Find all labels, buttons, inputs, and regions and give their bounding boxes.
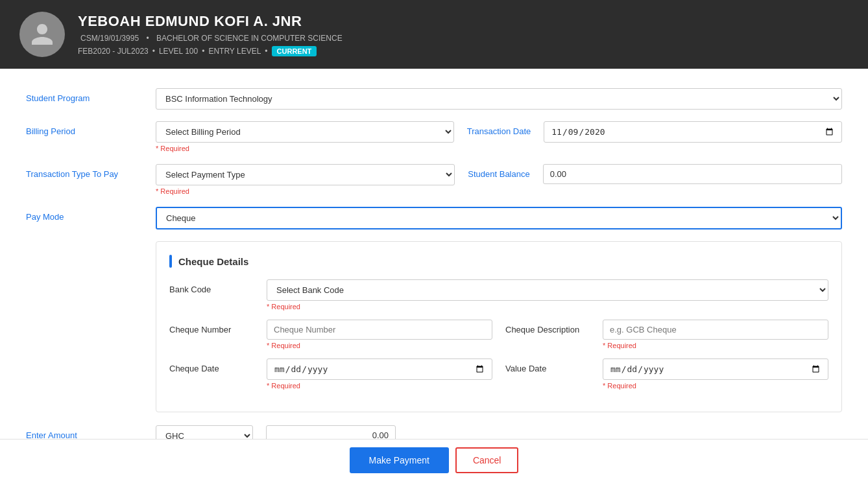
header-sub: FEB2020 - JUL2023 • LEVEL 100 • ENTRY LE… [78,46,345,56]
transaction-date-input[interactable] [544,121,842,143]
transaction-type-select[interactable]: Select Payment Type [156,164,455,185]
value-date-group: * Required [603,358,828,390]
pay-mode-label: Pay Mode [26,207,156,222]
status-badge: CURRENT [272,46,317,56]
cheque-date-label: Cheque Date [169,358,254,373]
cheque-number-row: Cheque Number * Required Cheque Descript… [169,320,828,349]
entry-level: ENTRY LEVEL [208,47,261,56]
student-program-select[interactable]: BSC Information Technology [156,88,842,110]
pay-mode-fields: Cheque [156,207,842,229]
bank-code-label: Bank Code [169,279,254,294]
level: LEVEL 100 [159,47,198,56]
billing-period-group: Select Billing Period * Required [156,121,454,152]
billing-period-required: * Required [156,145,454,152]
cheque-section-title-text: Cheque Details [178,256,248,267]
main-content: Student Program BSC Information Technolo… [0,69,868,481]
billing-period-row: Billing Period Select Billing Period * R… [26,121,842,152]
student-program-group: BSC Information Technology [156,88,842,110]
enter-amount-label: Enter Amount [26,425,156,440]
cheque-date-group: * Required [267,358,492,390]
student-balance-input [543,164,842,184]
bank-code-row: Bank Code Select Bank Code * Required [169,279,828,311]
cheque-number-label: Cheque Number [169,320,254,334]
cheque-number-required: * Required [267,342,492,349]
cheque-title-bar [169,255,172,268]
transaction-date-label: Transaction Date [467,121,531,136]
program-name: BACHELOR OF SCIENCE IN COMPUTER SCIENCE [156,34,343,43]
transaction-type-group: Select Payment Type * Required [156,164,455,195]
cheque-number-input[interactable] [267,320,492,340]
cheque-number-group: * Required [267,320,492,349]
cheque-section-title: Cheque Details [169,255,828,268]
transaction-type-fields: Select Payment Type * Required Student B… [156,164,842,195]
pay-mode-row: Pay Mode Cheque [26,207,842,229]
cheque-description-required: * Required [603,342,828,349]
pay-mode-group: Cheque [156,207,842,229]
cheque-date-input[interactable] [267,358,492,380]
student-id: CSM/19/01/3995 [80,34,139,43]
cheque-description-group: * Required [603,320,828,349]
student-program-fields: BSC Information Technology [156,88,842,110]
bank-code-required: * Required [267,303,828,311]
billing-period-select[interactable]: Select Billing Period [156,121,454,143]
bank-code-group: Select Bank Code * Required [267,279,828,311]
student-balance-label: Student Balance [468,164,529,179]
value-date-label: Value Date [505,358,590,373]
student-name: YEBOAH EDMUND KOFI A. JNR [78,13,345,30]
transaction-type-row: Transaction Type To Pay Select Payment T… [26,164,842,195]
billing-period-label: Billing Period [26,121,156,136]
header-info: YEBOAH EDMUND KOFI A. JNR CSM/19/01/3995… [78,13,345,56]
cheque-date-required: * Required [267,382,492,390]
pay-mode-select[interactable]: Cheque [156,207,842,229]
value-date-required: * Required [603,382,828,390]
page-header: YEBOAH EDMUND KOFI A. JNR CSM/19/01/3995… [0,0,868,69]
student-program-label: Student Program [26,88,156,103]
avatar [19,12,65,57]
value-date-input[interactable] [603,358,828,380]
student-program-row: Student Program BSC Information Technolo… [26,88,842,110]
cheque-date-row: Cheque Date * Required Value Date * Requ… [169,358,828,390]
billing-period-fields: Select Billing Period * Required Transac… [156,121,842,152]
cheque-details-section: Cheque Details Bank Code Select Bank Cod… [156,241,842,412]
make-payment-button[interactable]: Make Payment [350,447,449,473]
transaction-type-required: * Required [156,187,455,195]
cheque-description-label: Cheque Description [505,320,590,334]
bank-code-select[interactable]: Select Bank Code [267,279,828,301]
footer: Make Payment Cancel [0,439,868,481]
transaction-type-label: Transaction Type To Pay [26,164,156,179]
period: FEB2020 - JUL2023 [78,47,149,56]
header-meta: CSM/19/01/3995 • BACHELOR OF SCIENCE IN … [78,34,345,43]
cheque-description-input[interactable] [603,320,828,340]
transaction-date-group [544,121,842,143]
cancel-button[interactable]: Cancel [455,447,519,473]
student-balance-group [543,164,842,184]
